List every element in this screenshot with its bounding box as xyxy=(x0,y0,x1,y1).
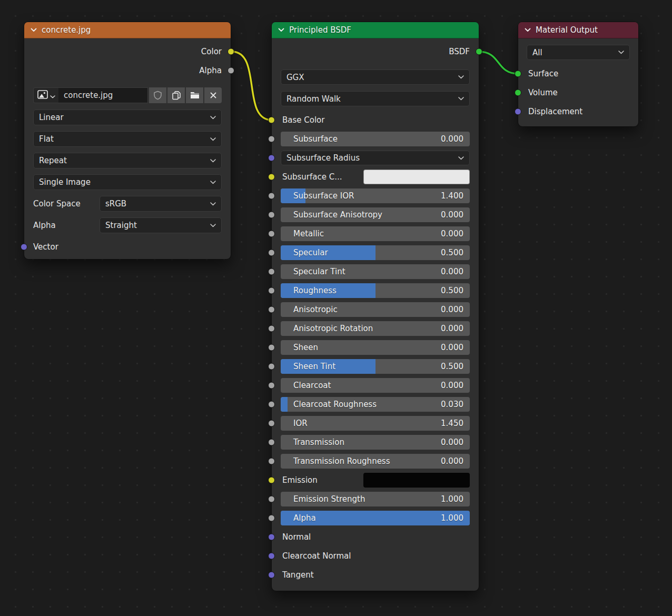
emission-color-swatch[interactable] xyxy=(363,473,470,488)
subsurface-c-input-socket[interactable] xyxy=(268,174,275,181)
colorspace-select[interactable]: sRGB xyxy=(100,196,222,212)
link-image-color-to-base-color[interactable] xyxy=(232,52,272,120)
collapse-chevron-icon[interactable] xyxy=(31,28,37,32)
image-node-header[interactable]: concrete.jpg xyxy=(24,22,231,38)
clearcoat-roughness-input-socket[interactable] xyxy=(268,401,275,408)
slider-fill xyxy=(281,397,288,412)
node-principled-bsdf[interactable]: Principled BSDF BSDF GGX Random Walk Bas… xyxy=(272,22,479,591)
image-browse-button[interactable] xyxy=(33,87,58,103)
ior-input-socket[interactable] xyxy=(268,420,275,427)
output-label: Color xyxy=(201,47,222,56)
bsdf-row-roughness: Roughness0.500 xyxy=(281,283,470,298)
subsurface-anisotropy-input-socket[interactable] xyxy=(268,212,275,218)
alpha-input-socket[interactable] xyxy=(268,515,275,522)
metallic-input-socket[interactable] xyxy=(268,231,275,237)
subsurface-radius-select[interactable]: Subsurface Radius xyxy=(281,151,470,165)
surface-input-socket[interactable] xyxy=(515,71,521,77)
open-image-button[interactable] xyxy=(186,87,203,103)
volume-input-socket[interactable] xyxy=(515,90,521,96)
vector-input-socket[interactable] xyxy=(21,244,27,251)
slider-label: Specular Tint xyxy=(293,267,345,276)
interpolation-select[interactable]: Linear xyxy=(33,110,222,125)
specular-tint-input-socket[interactable] xyxy=(268,269,275,275)
image-name-field[interactable]: concrete.jpg xyxy=(58,87,148,103)
emission-input-socket[interactable] xyxy=(268,477,275,484)
anisotropic-rotation-input-socket[interactable] xyxy=(268,325,275,332)
bsdf-row-subsurface-radius: Subsurface Radius xyxy=(281,151,470,165)
unlink-image-button[interactable] xyxy=(204,87,222,103)
distribution-select[interactable]: GGX xyxy=(281,69,470,85)
prop-label: Alpha xyxy=(33,221,100,230)
specular-input-socket[interactable] xyxy=(268,250,275,256)
duplicate-image-button[interactable] xyxy=(167,87,185,103)
normal-input-socket[interactable] xyxy=(268,534,275,541)
slider-value: 0.000 xyxy=(441,343,463,352)
transmission-slider[interactable]: Transmission0.000 xyxy=(281,435,470,450)
color-output-socket[interactable] xyxy=(228,48,234,55)
slider-label: Anisotropic xyxy=(293,305,338,314)
bsdf-row-clearcoat-roughness: Clearcoat Roughness0.030 xyxy=(281,397,470,412)
subsurface-anisotropy-slider[interactable]: Subsurface Anisotropy0.000 xyxy=(281,207,470,222)
emission-strength-slider[interactable]: Emission Strength1.000 xyxy=(281,492,470,506)
output-node-header[interactable]: Material Output xyxy=(518,22,638,38)
input-label: Surface xyxy=(528,69,558,78)
roughness-slider[interactable]: Roughness0.500 xyxy=(281,283,470,298)
sheen-tint-input-socket[interactable] xyxy=(268,363,275,370)
clearcoat-normal-input-socket[interactable] xyxy=(268,553,275,560)
bsdf-node-header[interactable]: Principled BSDF xyxy=(272,22,479,38)
target-select[interactable]: All xyxy=(527,45,630,60)
subsurface-ior-slider[interactable]: Subsurface IOR1.400 xyxy=(281,188,470,203)
bsdf-row-normal: Normal xyxy=(281,530,470,544)
chevron-down-icon xyxy=(210,116,216,120)
extension-select[interactable]: Repeat xyxy=(33,153,222,168)
alpha-mode-select[interactable]: Straight xyxy=(100,217,222,233)
ior-slider[interactable]: IOR1.450 xyxy=(281,416,470,431)
transmission-input-socket[interactable] xyxy=(268,439,275,446)
sheen-slider[interactable]: Sheen0.000 xyxy=(281,340,470,355)
clearcoat-slider[interactable]: Clearcoat0.000 xyxy=(281,378,470,393)
transmission-roughness-slider[interactable]: Transmission Roughness0.000 xyxy=(281,454,470,469)
subsurface-ior-input-socket[interactable] xyxy=(268,193,275,200)
projection-select[interactable]: Flat xyxy=(33,131,222,147)
emission-strength-input-socket[interactable] xyxy=(268,496,275,503)
surface-input-row: Surface xyxy=(527,66,630,81)
slider-value: 1.450 xyxy=(441,419,463,428)
clearcoat-input-socket[interactable] xyxy=(268,382,275,389)
fake-user-shield-button[interactable] xyxy=(149,87,166,103)
specular-tint-slider[interactable]: Specular Tint0.000 xyxy=(281,264,470,279)
base-color-input-socket[interactable] xyxy=(268,117,275,124)
chevron-down-icon xyxy=(210,159,216,163)
anisotropic-rotation-slider[interactable]: Anisotropic Rotation0.000 xyxy=(281,321,470,336)
subsurface-c-color-swatch[interactable] xyxy=(363,170,470,184)
slider-value: 0.500 xyxy=(441,362,463,371)
source-select[interactable]: Single Image xyxy=(33,174,222,190)
tangent-input-socket[interactable] xyxy=(268,572,275,579)
node-material-output[interactable]: Material Output All Surface Volume Displ… xyxy=(518,22,638,126)
subsurface-slider[interactable]: Subsurface0.000 xyxy=(281,132,470,146)
link-bsdf-to-surface[interactable] xyxy=(479,52,518,74)
collapse-chevron-icon[interactable] xyxy=(278,28,284,32)
chevron-down-icon xyxy=(50,91,55,101)
transmission-roughness-input-socket[interactable] xyxy=(268,458,275,465)
anisotropic-input-socket[interactable] xyxy=(268,306,275,313)
specular-slider[interactable]: Specular0.500 xyxy=(281,245,470,260)
anisotropic-slider[interactable]: Anisotropic0.000 xyxy=(281,302,470,317)
sheen-input-socket[interactable] xyxy=(268,344,275,351)
sheen-tint-slider[interactable]: Sheen Tint0.500 xyxy=(281,359,470,374)
metallic-slider[interactable]: Metallic0.000 xyxy=(281,226,470,241)
alpha-output-socket[interactable] xyxy=(228,67,234,74)
roughness-input-socket[interactable] xyxy=(268,287,275,294)
subsurface-method-select[interactable]: Random Walk xyxy=(281,91,470,106)
subsurface-input-socket[interactable] xyxy=(268,136,275,143)
displacement-input-socket[interactable] xyxy=(515,108,521,115)
collapse-chevron-icon[interactable] xyxy=(525,28,531,32)
clearcoat-roughness-slider[interactable]: Clearcoat Roughness0.030 xyxy=(281,397,470,412)
select-value: Straight xyxy=(105,221,137,230)
node-image-texture[interactable]: concrete.jpg Color Alpha xyxy=(24,22,231,259)
bsdf-row-specular-tint: Specular Tint0.000 xyxy=(281,264,470,279)
alpha-slider[interactable]: Alpha1.000 xyxy=(281,511,470,525)
subsurface-radius-input-socket[interactable] xyxy=(268,155,275,162)
bsdf-row-ior: IOR1.450 xyxy=(281,416,470,431)
bsdf-output-socket[interactable] xyxy=(476,48,482,55)
slider-label: Subsurface xyxy=(293,134,338,144)
